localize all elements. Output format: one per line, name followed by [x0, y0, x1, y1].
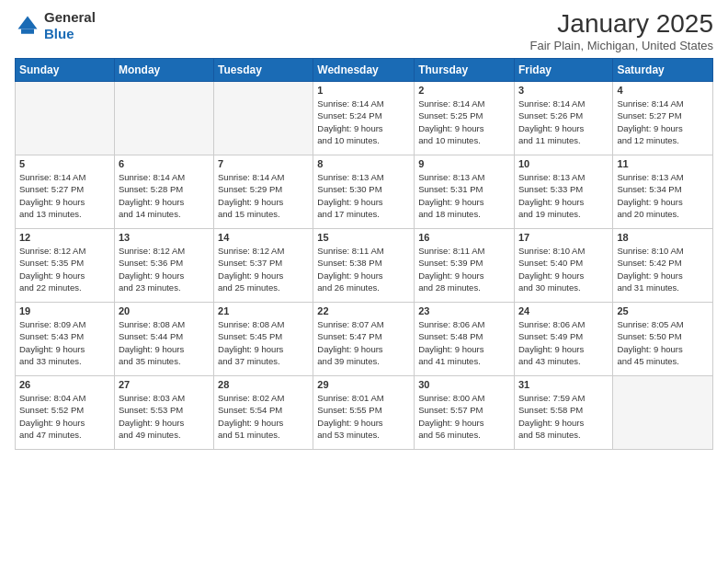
- calendar-cell: 24Sunrise: 8:06 AM Sunset: 5:49 PM Dayli…: [514, 303, 612, 376]
- day-number: 12: [19, 232, 110, 243]
- col-thursday: Thursday: [415, 59, 515, 82]
- day-number: 28: [218, 379, 309, 390]
- calendar-cell: 15Sunrise: 8:11 AM Sunset: 5:38 PM Dayli…: [313, 229, 415, 303]
- calendar-cell: 26Sunrise: 8:04 AM Sunset: 5:52 PM Dayli…: [16, 376, 115, 450]
- day-number: 19: [19, 305, 110, 316]
- day-number: 10: [518, 158, 609, 169]
- day-number: 7: [218, 158, 309, 169]
- day-number: 2: [418, 85, 510, 96]
- calendar-cell: [214, 82, 313, 155]
- calendar-cell: 4Sunrise: 8:14 AM Sunset: 5:27 PM Daylig…: [613, 82, 713, 155]
- day-number: 21: [218, 305, 309, 316]
- calendar-week-5: 26Sunrise: 8:04 AM Sunset: 5:52 PM Dayli…: [16, 376, 713, 450]
- header-row: Sunday Monday Tuesday Wednesday Thursday…: [16, 59, 713, 82]
- day-number: 30: [418, 379, 510, 390]
- day-info: Sunrise: 8:06 AM Sunset: 5:48 PM Dayligh…: [418, 318, 510, 367]
- calendar-cell: 10Sunrise: 8:13 AM Sunset: 5:33 PM Dayli…: [514, 155, 612, 229]
- day-number: 9: [418, 158, 510, 169]
- month-title: January 2025: [530, 9, 713, 39]
- day-number: 4: [617, 85, 709, 96]
- day-info: Sunrise: 8:12 AM Sunset: 5:36 PM Dayligh…: [119, 245, 210, 293]
- day-info: Sunrise: 8:01 AM Sunset: 5:55 PM Dayligh…: [317, 392, 410, 441]
- calendar-week-1: 1Sunrise: 8:14 AM Sunset: 5:24 PM Daylig…: [16, 82, 713, 155]
- calendar-cell: 8Sunrise: 8:13 AM Sunset: 5:30 PM Daylig…: [313, 155, 415, 229]
- calendar-cell: 22Sunrise: 8:07 AM Sunset: 5:47 PM Dayli…: [313, 303, 415, 376]
- calendar-cell: 17Sunrise: 8:10 AM Sunset: 5:40 PM Dayli…: [514, 229, 612, 303]
- day-number: 13: [119, 232, 210, 243]
- day-info: Sunrise: 8:12 AM Sunset: 5:37 PM Dayligh…: [218, 245, 309, 293]
- calendar-cell: [16, 82, 115, 155]
- logo-icon: [15, 13, 40, 39]
- day-info: Sunrise: 8:06 AM Sunset: 5:49 PM Dayligh…: [518, 318, 609, 367]
- day-info: Sunrise: 8:14 AM Sunset: 5:27 PM Dayligh…: [19, 171, 110, 220]
- day-info: Sunrise: 8:10 AM Sunset: 5:42 PM Dayligh…: [617, 245, 709, 293]
- day-info: Sunrise: 8:14 AM Sunset: 5:25 PM Dayligh…: [418, 98, 510, 146]
- day-info: Sunrise: 8:07 AM Sunset: 5:47 PM Dayligh…: [317, 318, 410, 367]
- day-info: Sunrise: 8:05 AM Sunset: 5:50 PM Dayligh…: [617, 318, 709, 367]
- calendar-cell: 25Sunrise: 8:05 AM Sunset: 5:50 PM Dayli…: [613, 303, 713, 376]
- day-info: Sunrise: 8:11 AM Sunset: 5:38 PM Dayligh…: [317, 245, 410, 293]
- calendar-cell: 1Sunrise: 8:14 AM Sunset: 5:24 PM Daylig…: [313, 82, 415, 155]
- day-info: Sunrise: 8:00 AM Sunset: 5:57 PM Dayligh…: [418, 392, 510, 441]
- day-number: 6: [119, 158, 210, 169]
- day-info: Sunrise: 8:13 AM Sunset: 5:33 PM Dayligh…: [518, 171, 609, 220]
- day-info: Sunrise: 8:14 AM Sunset: 5:29 PM Dayligh…: [218, 171, 309, 220]
- day-info: Sunrise: 8:02 AM Sunset: 5:54 PM Dayligh…: [218, 392, 309, 441]
- header: General Blue January 2025 Fair Plain, Mi…: [15, 9, 713, 52]
- day-number: 24: [518, 305, 609, 316]
- day-info: Sunrise: 8:09 AM Sunset: 5:43 PM Dayligh…: [19, 318, 110, 367]
- day-number: 27: [119, 379, 210, 390]
- svg-rect-1: [21, 29, 34, 34]
- calendar-cell: 2Sunrise: 8:14 AM Sunset: 5:25 PM Daylig…: [415, 82, 515, 155]
- day-info: Sunrise: 8:10 AM Sunset: 5:40 PM Dayligh…: [518, 245, 609, 293]
- calendar-cell: 16Sunrise: 8:11 AM Sunset: 5:39 PM Dayli…: [415, 229, 515, 303]
- calendar: Sunday Monday Tuesday Wednesday Thursday…: [15, 58, 713, 450]
- calendar-cell: 12Sunrise: 8:12 AM Sunset: 5:35 PM Dayli…: [16, 229, 115, 303]
- calendar-cell: 28Sunrise: 8:02 AM Sunset: 5:54 PM Dayli…: [214, 376, 313, 450]
- logo-general: General: [44, 9, 96, 25]
- day-number: 26: [19, 379, 110, 390]
- day-number: 14: [218, 232, 309, 243]
- title-block: January 2025 Fair Plain, Michigan, Unite…: [530, 9, 713, 52]
- day-number: 3: [518, 85, 609, 96]
- day-info: Sunrise: 8:12 AM Sunset: 5:35 PM Dayligh…: [19, 245, 110, 293]
- day-number: 17: [518, 232, 609, 243]
- day-number: 23: [418, 305, 510, 316]
- day-info: Sunrise: 8:14 AM Sunset: 5:24 PM Dayligh…: [317, 98, 410, 146]
- calendar-cell: 20Sunrise: 8:08 AM Sunset: 5:44 PM Dayli…: [114, 303, 213, 376]
- calendar-cell: 6Sunrise: 8:14 AM Sunset: 5:28 PM Daylig…: [114, 155, 213, 229]
- day-number: 25: [617, 305, 709, 316]
- logo-blue: Blue: [44, 26, 74, 41]
- calendar-cell: 19Sunrise: 8:09 AM Sunset: 5:43 PM Dayli…: [16, 303, 115, 376]
- day-info: Sunrise: 8:08 AM Sunset: 5:45 PM Dayligh…: [218, 318, 309, 367]
- calendar-cell: 21Sunrise: 8:08 AM Sunset: 5:45 PM Dayli…: [214, 303, 313, 376]
- day-info: Sunrise: 8:11 AM Sunset: 5:39 PM Dayligh…: [418, 245, 510, 293]
- day-info: Sunrise: 8:14 AM Sunset: 5:27 PM Dayligh…: [617, 98, 709, 146]
- day-info: Sunrise: 8:14 AM Sunset: 5:28 PM Dayligh…: [119, 171, 210, 220]
- day-info: Sunrise: 8:14 AM Sunset: 5:26 PM Dayligh…: [518, 98, 609, 146]
- day-info: Sunrise: 8:08 AM Sunset: 5:44 PM Dayligh…: [119, 318, 210, 367]
- calendar-week-4: 19Sunrise: 8:09 AM Sunset: 5:43 PM Dayli…: [16, 303, 713, 376]
- day-number: 18: [617, 232, 709, 243]
- col-wednesday: Wednesday: [313, 59, 415, 82]
- day-number: 8: [317, 158, 410, 169]
- logo: General Blue: [15, 9, 96, 42]
- day-info: Sunrise: 8:03 AM Sunset: 5:53 PM Dayligh…: [119, 392, 210, 441]
- col-sunday: Sunday: [16, 59, 115, 82]
- calendar-cell: [613, 376, 713, 450]
- calendar-cell: 23Sunrise: 8:06 AM Sunset: 5:48 PM Dayli…: [415, 303, 515, 376]
- day-number: 16: [418, 232, 510, 243]
- svg-marker-0: [18, 17, 38, 29]
- day-number: 29: [317, 379, 410, 390]
- day-number: 20: [119, 305, 210, 316]
- logo-text: General Blue: [44, 9, 96, 42]
- page: General Blue January 2025 Fair Plain, Mi…: [0, 0, 728, 563]
- day-info: Sunrise: 8:13 AM Sunset: 5:31 PM Dayligh…: [418, 171, 510, 220]
- day-number: 15: [317, 232, 410, 243]
- calendar-cell: 13Sunrise: 8:12 AM Sunset: 5:36 PM Dayli…: [114, 229, 213, 303]
- calendar-cell: 14Sunrise: 8:12 AM Sunset: 5:37 PM Dayli…: [214, 229, 313, 303]
- location: Fair Plain, Michigan, United States: [530, 39, 713, 52]
- day-info: Sunrise: 8:04 AM Sunset: 5:52 PM Dayligh…: [19, 392, 110, 441]
- day-number: 5: [19, 158, 110, 169]
- calendar-cell: 27Sunrise: 8:03 AM Sunset: 5:53 PM Dayli…: [114, 376, 213, 450]
